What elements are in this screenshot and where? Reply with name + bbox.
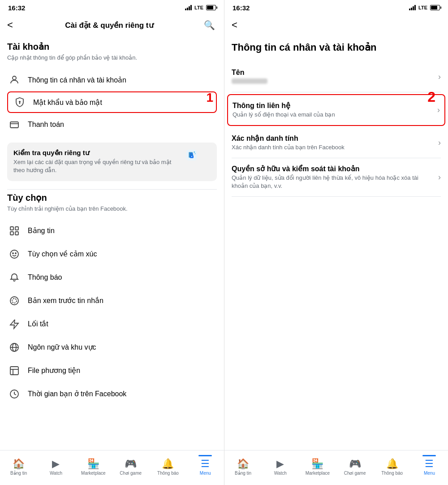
step-number-2: 2: [427, 89, 435, 105]
menu-item-news-feed[interactable]: Bảng tin: [7, 219, 217, 242]
tab-news-feed-label-left: Bảng tin: [10, 471, 27, 476]
right-back-button[interactable]: <: [232, 17, 241, 33]
menu-item-password-security[interactable]: Mật khẩu và bảo mật: [7, 91, 217, 113]
info-item-contact[interactable]: 2 Thông tin liên hệ Quản lý số điện thoạ…: [227, 94, 445, 126]
menu-item-shortcuts[interactable]: Lối tắt: [7, 312, 217, 336]
svg-point-16: [10, 250, 18, 258]
tab-marketplace-right[interactable]: 🏪 Marketplace: [299, 453, 336, 476]
menu-item-payment[interactable]: Thanh toán: [7, 113, 217, 136]
svg-rect-13: [15, 227, 18, 230]
right-tab-bar: 🏠 Bảng tin ▶ Watch 🏪 Marketplace 🎮 Chơi …: [224, 450, 448, 485]
controller-icon-left: 🎮: [125, 458, 137, 470]
tab-marketplace-label-left: Marketplace: [81, 471, 105, 476]
menu-item-language[interactable]: Ngôn ngữ và khu vực: [7, 336, 217, 359]
bell-tab-icon-left: 🔔: [162, 458, 174, 470]
svg-point-17: [13, 253, 13, 254]
right-page-title: Thông tin cá nhân và tài khoản: [232, 41, 441, 54]
right-time: 16:32: [233, 4, 250, 12]
message-preview-label: Bản xem trước tin nhắn: [28, 296, 103, 305]
left-status-icons: LTE: [185, 5, 216, 10]
ownership-chevron: ›: [438, 173, 441, 182]
notifications-label: Thông báo: [28, 273, 62, 281]
left-lte-label: LTE: [194, 5, 203, 10]
left-panel: 16:32 LTE < Cài đặt & quyền riêng tư 🔍 T…: [0, 0, 224, 485]
personal-info-label: Thông tin cá nhân và tài khoản: [28, 76, 126, 84]
right-signal-icon: [409, 5, 416, 10]
menu-item-time-on-fb[interactable]: Thời gian bạn ở trên Facebook: [7, 382, 217, 406]
svg-rect-3: [10, 122, 18, 128]
menu-item-personal-info[interactable]: Thông tin cá nhân và tài khoản: [7, 68, 217, 91]
left-back-button[interactable]: <: [7, 17, 17, 33]
media-files-label: File phương tiện: [28, 366, 80, 375]
svg-point-1: [19, 101, 21, 103]
svg-rect-15: [15, 232, 18, 235]
tab-notifications-right[interactable]: 🔔 Thông báo: [374, 453, 411, 476]
divider-1: [7, 189, 217, 190]
right-status-icons: LTE: [409, 5, 440, 10]
info-item-ownership[interactable]: Quyền sở hữu và kiểm soát tài khoản Quản…: [232, 158, 441, 197]
controller-icon-right: 🎮: [349, 458, 361, 470]
name-chevron: ›: [438, 72, 441, 82]
svg-point-20: [12, 299, 17, 303]
shop-icon-right: 🏪: [311, 458, 323, 470]
tab-watch-label-left: Watch: [50, 471, 62, 476]
tab-gaming-left[interactable]: 🎮 Chơi game: [112, 453, 149, 476]
privacy-check-card[interactable]: Kiểm tra quyền riêng tư Xem lại các cài …: [7, 143, 217, 181]
play-icon-left: ▶: [52, 458, 60, 470]
menu-item-media-files[interactable]: File phương tiện: [7, 359, 217, 382]
options-subtext: Tùy chỉnh trải nghiệm của bạn trên Faceb…: [7, 205, 217, 213]
right-battery-icon: [430, 5, 440, 10]
menu-icon-left: ☰: [201, 458, 210, 470]
right-status-bar: 16:32 LTE: [224, 0, 448, 14]
tab-menu-label-right: Menu: [424, 471, 435, 476]
svg-point-19: [10, 297, 18, 305]
tab-news-feed-right[interactable]: 🏠 Bảng tin: [224, 453, 262, 476]
file-icon: [7, 364, 22, 378]
right-lte-label: LTE: [418, 5, 427, 10]
svg-rect-14: [10, 232, 13, 235]
tab-news-feed-label-right: Bảng tin: [235, 471, 251, 476]
info-item-name[interactable]: Tên ›: [232, 62, 441, 92]
options-section: Tùy chọn Tùy chỉnh trải nghiệm của bạn t…: [7, 192, 217, 406]
menu-icon-right: ☰: [425, 458, 434, 470]
info-item-identity[interactable]: Xác nhận danh tính Xác nhận danh tính củ…: [232, 128, 441, 158]
lightning-icon: [7, 317, 22, 331]
globe-icon: [7, 340, 22, 355]
tab-bar-left-6: [198, 455, 212, 456]
tab-news-feed-left[interactable]: 🏠 Bảng tin: [0, 453, 37, 476]
menu-item-message-preview[interactable]: Bản xem trước tin nhắn: [7, 289, 217, 312]
name-value-blur: [232, 78, 267, 84]
payment-label: Thanh toán: [28, 121, 64, 129]
language-label: Ngôn ngữ và khu vực: [28, 343, 96, 351]
svg-point-0: [13, 76, 16, 80]
tab-notifications-left[interactable]: 🔔 Thông báo: [149, 453, 186, 476]
play-icon-right: ▶: [276, 458, 284, 470]
menu-item-notifications[interactable]: Thông báo: [7, 266, 217, 289]
left-search-button[interactable]: 🔍: [202, 18, 217, 32]
tab-gaming-right[interactable]: 🎮 Chơi game: [336, 453, 374, 476]
account-subtext: Cập nhật thông tin để góp phần bảo vệ tà…: [7, 54, 217, 62]
ownership-subtitle: Quản lý dữ liệu, sửa đổi người liên hệ t…: [232, 174, 435, 190]
identity-title: Xác nhận danh tính: [232, 134, 435, 143]
tab-watch-right[interactable]: ▶ Watch: [262, 453, 299, 476]
right-top-nav: <: [224, 14, 448, 36]
bell-icon: [7, 270, 22, 285]
svg-rect-24: [10, 367, 18, 375]
tag-icon: [7, 117, 22, 132]
right-panel: 16:32 LTE < Thông tin cá nhân và tài kho…: [224, 0, 448, 485]
left-top-nav: < Cài đặt & quyền riêng tư 🔍: [0, 14, 224, 36]
menu-item-emotion[interactable]: Tùy chọn về cảm xúc: [7, 242, 217, 266]
home-icon-left: 🏠: [13, 458, 25, 470]
ownership-title: Quyền sở hữu và kiểm soát tài khoản: [232, 165, 435, 173]
tab-watch-left[interactable]: ▶ Watch: [37, 453, 74, 476]
tab-menu-left[interactable]: ☰ Menu: [187, 453, 224, 476]
tab-marketplace-left[interactable]: 🏪 Marketplace: [75, 453, 112, 476]
tab-gaming-label-right: Chơi game: [344, 471, 366, 476]
tab-menu-right[interactable]: ☰ Menu: [411, 453, 448, 476]
right-content: Thông tin cá nhân và tài khoản Tên › 2 T…: [224, 36, 448, 450]
tab-gaming-label-left: Chơi game: [120, 471, 142, 476]
contact-info-subtitle: Quản lý số điện thoại và email của bạn: [233, 111, 434, 119]
news-feed-label: Bảng tin: [28, 226, 55, 235]
svg-rect-12: [10, 227, 13, 230]
left-signal-icon: [185, 5, 192, 10]
